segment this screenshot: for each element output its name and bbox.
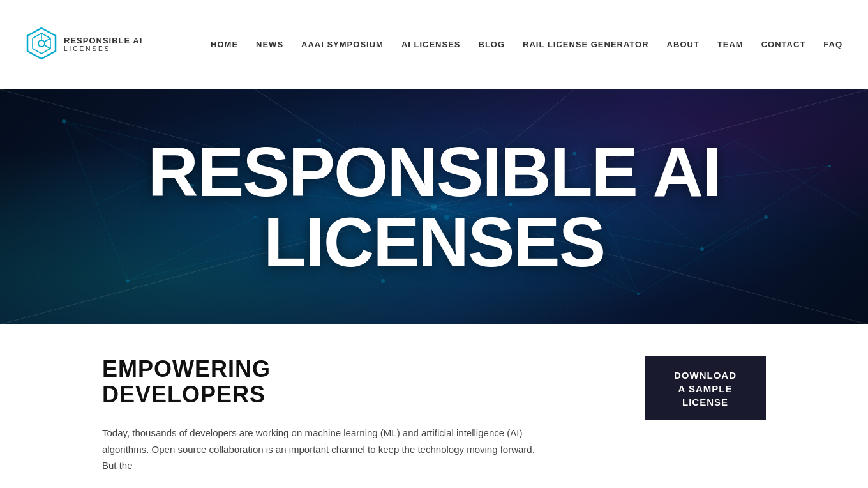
empowering-title: EMPOWERING DEVELOPERS	[102, 356, 536, 407]
logo-icon	[26, 27, 57, 62]
hero-section: RESPONSIBLE AI LICENSES	[0, 89, 868, 324]
hero-title-line1: RESPONSIBLE AI	[148, 137, 721, 207]
download-sample-license-button[interactable]: DOWNLOAD A SAMPLE LICENSE	[645, 356, 766, 420]
nav-about[interactable]: ABOUT	[667, 40, 700, 49]
nav-ai-licenses[interactable]: AI LICENSES	[401, 40, 461, 49]
content-right: DOWNLOAD A SAMPLE LICENSE	[562, 356, 766, 420]
nav-blog[interactable]: BLOG	[479, 40, 505, 49]
nav-aaai-symposium[interactable]: AAAI SYMPOSIUM	[301, 40, 384, 49]
logo-licenses: LICENSES	[64, 45, 142, 52]
logo-responsible: RESPONSIBLE AI	[64, 36, 142, 45]
nav-contact[interactable]: CONTACT	[761, 40, 806, 49]
download-line2: A SAMPLE	[678, 383, 733, 394]
svg-line-4	[45, 38, 50, 42]
logo[interactable]: RESPONSIBLE AI LICENSES	[26, 27, 142, 62]
empowering-title-line2: DEVELOPERS	[102, 381, 266, 408]
download-line3: LICENSE	[682, 397, 728, 408]
svg-point-2	[38, 40, 45, 47]
main-nav: HOME NEWS AAAI SYMPOSIUM AI LICENSES BLO…	[211, 40, 842, 49]
hero-title-line2: LICENSES	[148, 207, 721, 277]
empowering-title-line1: EMPOWERING	[102, 356, 271, 382]
svg-line-5	[45, 45, 50, 49]
logo-text: RESPONSIBLE AI LICENSES	[64, 36, 142, 52]
nav-home[interactable]: HOME	[211, 40, 238, 49]
hero-content: RESPONSIBLE AI LICENSES	[0, 89, 868, 324]
nav-faq[interactable]: FAQ	[823, 40, 842, 49]
download-btn-label: DOWNLOAD A SAMPLE LICENSE	[674, 369, 737, 409]
empowering-body: Today, thousands of developers are worki…	[102, 425, 536, 474]
header: RESPONSIBLE AI LICENSES HOME NEWS AAAI S…	[0, 0, 868, 89]
nav-rail-license-generator[interactable]: RAIL LICENSE GENERATOR	[523, 40, 649, 49]
nav-team[interactable]: TEAM	[717, 40, 744, 49]
download-line1: DOWNLOAD	[674, 370, 737, 381]
content-section: EMPOWERING DEVELOPERS Today, thousands o…	[0, 324, 868, 488]
hero-title: RESPONSIBLE AI LICENSES	[148, 137, 721, 277]
content-left: EMPOWERING DEVELOPERS Today, thousands o…	[102, 356, 536, 474]
nav-news[interactable]: NEWS	[256, 40, 283, 49]
